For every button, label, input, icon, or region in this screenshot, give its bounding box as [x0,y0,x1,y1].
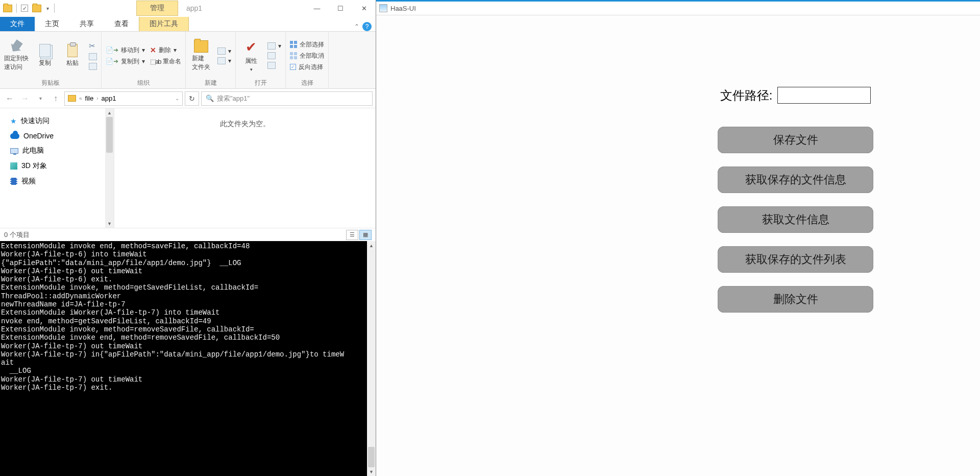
search-box[interactable]: 🔍 搜索"app1" [201,91,373,106]
delete-button[interactable]: ✕删除 ▾ [150,46,181,55]
window-title: app1 [186,4,202,12]
ribbon: 固定到快 速访问 复制 粘贴 ✂ 剪贴板 📄➜移动到 ▾ 📄➜复制到 ▾ ✕删除… [0,32,376,89]
icons-view-button[interactable]: ▦ [359,230,372,240]
tab-home[interactable]: 主页 [35,17,69,31]
qat-dropdown-icon[interactable]: ▾ [45,6,50,11]
get-saved-file-info-button[interactable]: 获取保存的文件信息 [718,166,873,193]
get-file-info-button[interactable]: 获取文件信息 [718,206,873,233]
terminal-window[interactable]: ExtensionModule invoke end, method=saveF… [0,241,376,476]
nav-this-pc[interactable]: 此电脑 [10,143,114,158]
tab-picture-tools[interactable]: 图片工具 [139,17,189,31]
copy-to-button[interactable]: 📄➜复制到 ▾ [106,57,145,66]
copy-to-icon: 📄➜ [106,58,118,65]
new-folder-icon [194,40,208,53]
terminal-scrollbar[interactable]: ▲ ▼ [367,241,376,476]
open-button[interactable]: ▾ [267,42,281,50]
addr-dropdown-icon[interactable]: ⌄ [175,96,179,101]
scroll-thumb[interactable] [106,117,113,153]
clipboard-icon [67,44,78,57]
folder-icon [3,5,12,12]
haas-window-title: HaaS-UI [390,5,416,12]
qat-properties-icon[interactable]: ✓ [21,5,28,12]
save-file-button[interactable]: 保存文件 [718,127,873,153]
file-path-input[interactable] [777,87,871,104]
breadcrumb-item[interactable]: app1 [102,94,116,102]
select-all-icon [290,41,297,48]
scroll-thumb[interactable] [368,447,375,467]
file-path-label: 文件路径: [720,87,773,104]
tab-file[interactable]: 文件 [0,17,35,31]
new-folder-button[interactable]: 新建 文件夹 [190,40,212,72]
back-button[interactable]: ← [3,92,16,105]
maximize-button[interactable]: ☐ [329,0,352,16]
nav-quick-access[interactable]: ★快速访问 [10,113,114,129]
select-all-button[interactable]: 全部选择 [290,40,324,49]
ribbon-group-label: 选择 [290,78,324,87]
nav-scrollbar[interactable]: ▲ ▼ [105,108,114,228]
cube-icon [10,162,17,170]
status-bar: 0 个项目 ☰ ▦ [0,228,376,241]
up-button[interactable]: ↑ [49,92,62,105]
explorer-titlebar: ✓ ▾ 管理 app1 — ☐ ✕ [0,0,376,16]
nav-videos[interactable]: 视频 [10,174,114,189]
check-icon: ✔ [246,39,257,55]
deselect-icon [290,52,297,59]
paste-button[interactable]: 粘贴 [61,44,84,67]
shortcut-icon [89,63,97,70]
easy-access-icon [217,57,226,64]
properties-button[interactable]: ✔属性▾ [240,39,262,72]
separator [54,4,55,13]
delete-icon: ✕ [150,46,156,54]
move-to-button[interactable]: 📄➜移动到 ▾ [106,46,145,55]
haas-body: 文件路径: 保存文件 获取保存的文件信息 获取文件信息 获取保存的文件列表 删除… [376,15,980,476]
deselect-all-button[interactable]: 全部取消 [290,52,324,60]
scroll-up-icon[interactable]: ▲ [367,241,376,250]
scroll-down-icon[interactable]: ▼ [367,467,376,476]
refresh-button[interactable]: ↻ [185,91,199,106]
rename-button[interactable]: ⬚ab重命名 [150,57,181,66]
ribbon-tabs: 文件 主页 共享 查看 图片工具 ⌃ ? [0,16,376,32]
address-bar[interactable]: « file › app1 ⌄ [64,91,183,106]
copy-button[interactable]: 复制 [34,44,56,67]
tab-share[interactable]: 共享 [69,17,104,31]
pc-icon [10,148,18,154]
help-icon[interactable]: ? [362,22,372,31]
pin-icon [8,38,24,55]
pin-to-quick-access-button[interactable]: 固定到快 速访问 [4,40,29,72]
recent-locations-button[interactable]: ▾ [34,92,47,105]
tab-view[interactable]: 查看 [104,17,139,31]
get-saved-file-list-button[interactable]: 获取保存的文件列表 [718,246,873,273]
item-count: 0 个项目 [4,230,30,240]
nav-onedrive[interactable]: OneDrive [10,129,114,143]
delete-file-button[interactable]: 删除文件 [718,286,873,313]
details-view-button[interactable]: ☰ [346,230,358,240]
forward-button[interactable]: → [18,92,32,105]
nav-3d-objects[interactable]: 3D 对象 [10,158,114,174]
folder-icon[interactable] [32,5,41,12]
app-icon [379,4,387,12]
easy-access-button[interactable]: ▾ [217,57,231,64]
new-item-button[interactable]: ▾ [217,47,231,55]
scissors-icon: ✂ [89,41,95,51]
navigation-pane: ★快速访问 OneDrive 此电脑 3D 对象 视频 ▲ ▼ [0,108,114,228]
haas-titlebar: HaaS-UI [376,0,980,15]
cut-button[interactable]: ✂ [89,41,97,51]
paste-shortcut-button[interactable] [89,63,97,70]
invert-selection-button[interactable]: ✓反向选择 [290,63,324,72]
ribbon-group-label: 剪贴板 [4,78,97,87]
close-button[interactable]: ✕ [352,0,376,16]
ribbon-group-label: 新建 [190,78,231,87]
history-button[interactable] [267,62,281,69]
scroll-down-icon[interactable]: ▼ [105,219,114,228]
copy-path-button[interactable] [89,53,97,60]
open-icon [267,42,276,50]
scroll-up-icon[interactable]: ▲ [105,108,114,117]
minimize-button[interactable]: — [305,0,329,16]
edit-button[interactable] [267,52,281,59]
breadcrumb-item[interactable]: file [85,94,94,102]
collapse-ribbon-icon[interactable]: ⌃ [354,23,359,30]
new-item-icon [217,47,226,55]
ribbon-contextual-tab-manage[interactable]: 管理 [136,1,178,16]
edit-icon [267,52,276,59]
file-list-area[interactable]: 此文件夹为空。 [114,108,376,228]
